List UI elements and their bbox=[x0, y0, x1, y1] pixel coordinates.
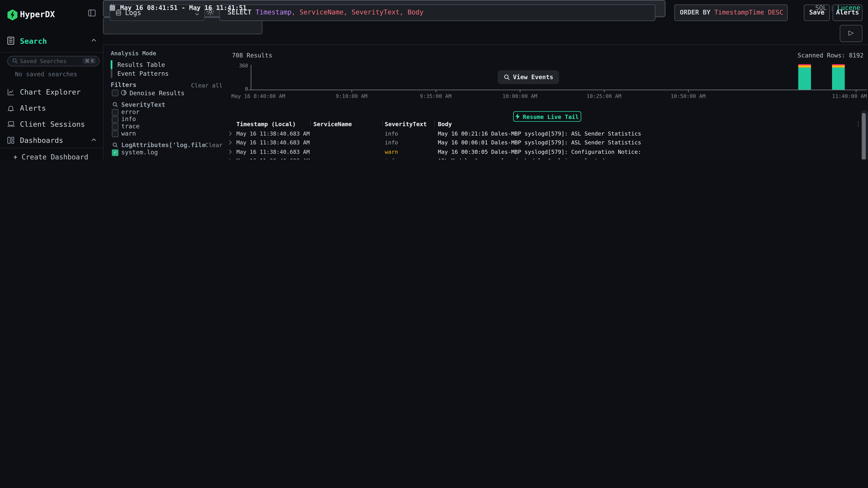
x-tick-mark bbox=[436, 90, 436, 92]
checkbox[interactable] bbox=[112, 130, 119, 137]
checkbox[interactable] bbox=[112, 116, 119, 123]
order-by-input[interactable]: ORDER BY TimestampTime DESC bbox=[674, 4, 788, 21]
query-language-toggle: SQL|Lucene bbox=[815, 4, 860, 11]
column-resize-handle[interactable]: ⋮ bbox=[380, 120, 385, 126]
x-tick-label: 10:25:00 AM bbox=[586, 93, 621, 99]
scrollbar-thumb[interactable] bbox=[862, 113, 866, 159]
expand-chevron-icon[interactable] bbox=[228, 149, 232, 154]
sidebar-nav: Chart ExplorerAlertsClient SessionsDashb… bbox=[0, 84, 103, 148]
option-label: info bbox=[121, 116, 136, 123]
chevron-up-icon bbox=[91, 39, 96, 42]
x-tick-label: 10:00:00 AM bbox=[502, 93, 537, 99]
attribute-option-system.log: ✓system.log bbox=[105, 149, 223, 156]
search-icon[interactable] bbox=[112, 142, 118, 148]
sidebar-item-client-sessions[interactable]: Client Sessions bbox=[0, 116, 103, 132]
bar-segment-info bbox=[832, 67, 845, 90]
severity-option-error: error bbox=[105, 108, 223, 116]
sidebar-item-dashboards[interactable]: Dashboards bbox=[0, 132, 103, 149]
option-label: warn bbox=[121, 130, 136, 137]
severity-option-info: info bbox=[105, 116, 223, 123]
expand-chevron-icon[interactable] bbox=[228, 140, 232, 145]
sidebar-item-label: Alerts bbox=[20, 104, 46, 112]
table-row[interactable]: May 16 11:38:40.683 AMwarnMay 16 00:30:0… bbox=[221, 148, 861, 157]
cell-severity: info bbox=[385, 139, 398, 146]
view-events-button[interactable]: View Events bbox=[498, 70, 559, 84]
cell-timestamp: May 16 11:38:40.683 AM bbox=[236, 149, 310, 155]
view-events-label: View Events bbox=[513, 73, 553, 81]
scrollbar-track[interactable] bbox=[861, 110, 867, 159]
column-header-timestamp[interactable]: Timestamp (Local) bbox=[236, 121, 296, 127]
checkbox[interactable]: ✓ bbox=[112, 150, 119, 156]
sidebar-item-chart-explorer[interactable]: Chart Explorer bbox=[0, 84, 103, 100]
attribute-clear-button[interactable]: Clear bbox=[205, 142, 223, 149]
order-by-keyword: ORDER BY bbox=[680, 8, 711, 16]
order-by-value: TimestampTime DESC bbox=[714, 8, 783, 16]
search-page-icon bbox=[7, 36, 14, 45]
expand-chevron-icon[interactable] bbox=[228, 158, 232, 159]
lang-sql-option[interactable]: SQL bbox=[815, 4, 827, 11]
expand-chevron-icon[interactable] bbox=[228, 131, 232, 136]
checkbox[interactable] bbox=[112, 124, 119, 130]
mode-results-table[interactable]: Results Table bbox=[111, 60, 216, 69]
filter-panel: Analysis Mode Results Table Event Patter… bbox=[105, 45, 223, 159]
denoise-icon bbox=[121, 90, 127, 96]
clear-all-button[interactable]: Clear all bbox=[191, 82, 222, 89]
cell-timestamp: May 16 11:38:40.683 AM bbox=[236, 158, 310, 159]
results-area: 708 Results Scanned Rows: 8192 360 0 May… bbox=[221, 45, 868, 159]
active-mode-bar bbox=[111, 60, 112, 69]
search-icon bbox=[12, 58, 18, 64]
lang-divider: | bbox=[830, 4, 834, 11]
mode-event-patterns[interactable]: Event Patterns bbox=[111, 69, 216, 78]
table-row[interactable]: May 16 11:38:40.683 AMinfoMay 16 00:21:1… bbox=[221, 129, 861, 138]
cell-body: May 16 00:06:01 Dales-MBP syslogd[579]: … bbox=[438, 139, 641, 146]
sidebar-collapse-icon[interactable] bbox=[88, 9, 96, 17]
x-tick-mark bbox=[604, 90, 604, 92]
table-row[interactable]: May 16 11:38:40.683 AMinfoASL Module "co… bbox=[221, 157, 861, 159]
shortcut-badge: ⌘ K bbox=[83, 58, 96, 64]
content: Analysis Mode Results Table Event Patter… bbox=[103, 45, 868, 159]
bar-segment-error bbox=[798, 64, 811, 65]
severity-option-trace: trace bbox=[105, 123, 223, 130]
checkbox[interactable] bbox=[112, 109, 119, 116]
histogram-bar[interactable] bbox=[798, 45, 811, 90]
create-dashboard-button[interactable]: + Create Dashboard bbox=[13, 153, 88, 159]
column-resize-handle[interactable]: ⋮ bbox=[308, 120, 313, 126]
column-header-severitytext[interactable]: SeverityText bbox=[385, 121, 427, 127]
severity-group-label: SeverityText bbox=[121, 101, 165, 108]
histogram-bar[interactable] bbox=[832, 45, 845, 90]
mode-label: Results Table bbox=[117, 61, 165, 69]
x-tick-label: 10:50:00 AM bbox=[671, 93, 706, 99]
run-query-button[interactable]: ▷ bbox=[840, 25, 863, 42]
divider bbox=[0, 148, 103, 148]
results-count: 708 Results bbox=[232, 52, 272, 59]
search-icon[interactable] bbox=[112, 102, 118, 107]
sidebar-item-alerts[interactable]: Alerts bbox=[0, 100, 103, 116]
cell-severity: warn bbox=[385, 149, 398, 155]
table-row[interactable]: May 16 11:38:40.683 AMinfoMay 16 00:06:0… bbox=[221, 138, 861, 148]
bar-segment-error bbox=[832, 64, 845, 65]
column-header-servicename[interactable]: ServiceName bbox=[313, 121, 352, 127]
select-columns-input[interactable]: SELECT Timestamp, ServiceName, SeverityT… bbox=[219, 4, 655, 21]
lang-lucene-option[interactable]: Lucene bbox=[837, 4, 860, 11]
sidebar-item-label: Chart Explorer bbox=[20, 88, 81, 96]
x-tick-mark bbox=[856, 90, 857, 92]
brand-title: HyperDX bbox=[20, 9, 55, 19]
lightning-bolt-icon bbox=[516, 113, 520, 120]
column-resize-handle[interactable]: ⋮ bbox=[432, 120, 437, 126]
table-header: Timestamp (Local) ⋮ ServiceName ⋮ Severi… bbox=[221, 120, 857, 129]
cell-severity: info bbox=[385, 158, 398, 159]
saved-searches-input[interactable]: Saved Searches ⌘ K bbox=[7, 56, 100, 66]
x-tick-mark bbox=[688, 90, 689, 92]
chevron-up-icon bbox=[91, 138, 96, 141]
x-axis-line bbox=[248, 90, 867, 90]
hyperdx-logo-icon bbox=[7, 9, 18, 21]
attribute-filter-group: LogAttributes['log.file.nam Clear bbox=[105, 142, 223, 149]
grid-icon bbox=[7, 137, 14, 144]
bell-icon bbox=[7, 105, 14, 112]
cell-severity: info bbox=[385, 130, 398, 137]
option-label: system.log bbox=[121, 149, 158, 156]
sidebar-item-search[interactable]: Search bbox=[0, 33, 103, 50]
column-header-body[interactable]: Body bbox=[438, 121, 452, 127]
denoise-checkbox[interactable] bbox=[112, 90, 119, 96]
hyperdx-app: HyperDX Search Saved Searches ⌘ K No sav… bbox=[0, 0, 868, 159]
